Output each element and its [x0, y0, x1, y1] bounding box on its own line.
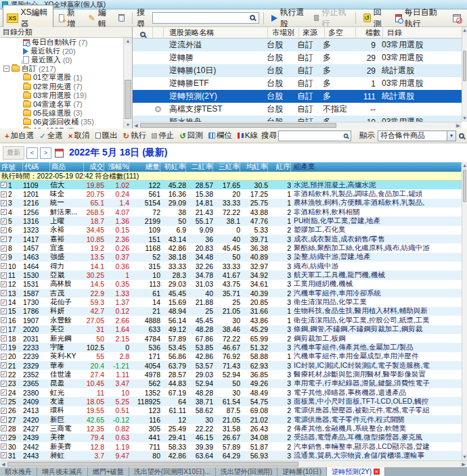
- checkbox-checked-icon[interactable]: ✓: [1, 335, 7, 341]
- strategy-row[interactable]: 順水推舟台股自訂多1003常用選股: [133, 116, 462, 122]
- strategy-row[interactable]: 逆流外溢台股自訂多903常用選股: [133, 39, 462, 51]
- checkbox-checked-icon[interactable]: ✓: [1, 344, 7, 350]
- tree-scrollbar[interactable]: ▲ ▼: [123, 38, 132, 128]
- search-input[interactable]: [152, 12, 259, 24]
- scroll-down-icon[interactable]: ▼: [462, 115, 467, 122]
- scroll-up-icon[interactable]: ▲: [124, 38, 132, 45]
- checkbox-checked-icon[interactable]: ✓: [1, 398, 7, 404]
- checkbox-checked-icon[interactable]: ✓: [1, 200, 7, 206]
- checkbox-checked-icon[interactable]: ✓: [1, 182, 7, 188]
- table-row[interactable]: ✓282427三商電12.350.8230525.4922.2231.5826.…: [0, 424, 462, 433]
- strategy-row[interactable]: 逆轉勝台股自訂多2903常用選股: [133, 51, 462, 64]
- result-tab[interactable]: 逆轉預測(2Y)✕: [327, 467, 385, 476]
- add-watchlist-button[interactable]: +加自選: [3, 130, 36, 141]
- table-row[interactable]: ✓292439美律79.40.6344129.4146.1526.6734.08…: [0, 433, 462, 442]
- tree-item[interactable]: 02常用先選(7): [0, 82, 123, 91]
- checkbox-checked-icon[interactable]: ✓: [1, 254, 7, 260]
- checkbox-checked-icon[interactable]: ✓: [1, 327, 7, 333]
- strategy-search-button[interactable]: [133, 27, 153, 38]
- table-row[interactable]: ✓182031新光鋼502.15478457.8967.8672.2265.99…: [0, 334, 462, 343]
- col-r1[interactable]: 初紅率: [160, 162, 186, 172]
- search-icon[interactable]: [344, 133, 349, 138]
- col-market[interactable]: 市場別: [268, 27, 299, 38]
- results-vscrollbar[interactable]: ▲ ▼: [462, 162, 467, 460]
- col-side[interactable]: 多空: [325, 27, 356, 38]
- tree-item[interactable]: 每日自動執行(7): [0, 38, 123, 47]
- table-row[interactable]: ✓21201味全20.750.2456116.3615.382017.251非酒…: [0, 189, 462, 198]
- strategy-vscrollbar[interactable]: ▲ ▼: [462, 27, 467, 122]
- checkbox-checked-icon[interactable]: ✓: [1, 425, 7, 431]
- scroll-thumb[interactable]: [7, 462, 298, 467]
- checkbox-checked-icon[interactable]: ✓: [1, 191, 7, 197]
- scroll-thumb[interactable]: [463, 170, 466, 202]
- cancel-button[interactable]: ×取消: [66, 130, 92, 141]
- stop-button[interactable]: 停止: [150, 130, 176, 141]
- col-product[interactable]: 商品: [50, 162, 84, 172]
- table-row[interactable]: ✓172020美亞311.6463349.1248.2838.4645.293條…: [0, 325, 462, 334]
- strategy-row[interactable]: 逆轉勝ETF台股自訂多103常用選股: [133, 77, 462, 90]
- checkbox-checked-icon[interactable]: ✓: [1, 290, 7, 296]
- table-row[interactable]: ✓31216統一65.11.4515429.0914.8133.3325.751…: [0, 199, 462, 208]
- checkbox-checked-icon[interactable]: ✓: [1, 416, 7, 423]
- table-row[interactable]: ✓242380虹光1110135267.1948.283048.493電子其他,…: [0, 388, 462, 397]
- checkbox-checked-icon[interactable]: ✓: [1, 381, 7, 387]
- checkbox-checked-icon[interactable]: ✓: [1, 308, 7, 314]
- table-row[interactable]: ✓91463強盛13.50.375238.1834.485040.893染整,紡…: [0, 253, 462, 262]
- tree-item[interactable]: 04雷達名單(7): [0, 100, 123, 109]
- col-volume[interactable]: 總量: [129, 162, 160, 172]
- strategy-hscrollbar[interactable]: ◀ ▶: [133, 122, 462, 128]
- table-row[interactable]: ✓51316上曜18.71.3621995055.1738.147.761PU樹…: [0, 216, 462, 225]
- scroll-right-icon[interactable]: ▶: [455, 122, 462, 128]
- table-row[interactable]: ✓61323永裕34.450.151096.99.0905.332塑膠加工,石化…: [0, 226, 462, 235]
- table-row[interactable]: ✓141730花仙子59.31.371415.6921.882520.853衛生…: [0, 298, 462, 306]
- checkbox-checked-icon[interactable]: ✓: [1, 245, 7, 252]
- table-row[interactable]: ✓131587吉茂22.91.336145.454035.7140.392汽機車…: [0, 289, 462, 298]
- col-code[interactable]: 代碼: [23, 162, 50, 172]
- tree-item[interactable]: 05長線選股(3): [0, 109, 123, 118]
- checkbox-checked-icon[interactable]: ✓: [1, 209, 7, 215]
- table-row[interactable]: ✓272420新巨42.65-0.12116123021.0521.022電源供…: [0, 415, 462, 424]
- col-change-pct[interactable]: 漲幅%: [104, 162, 129, 172]
- result-tab[interactable]: 洗出望外(回溯用X10日)...: [129, 467, 216, 476]
- col-source[interactable]: 來源: [299, 27, 325, 38]
- scroll-left-icon[interactable]: ◀: [133, 122, 139, 128]
- checkbox-checked-icon[interactable]: ✓: [1, 389, 7, 396]
- checkbox-checked-icon[interactable]: ✓: [1, 218, 7, 224]
- col-avg[interactable]: 均紅率: [240, 162, 268, 172]
- display-dropdown[interactable]: 符合條件商品 ▼: [378, 130, 456, 141]
- select-all-button[interactable]: ✓全選: [37, 130, 65, 141]
- checkbox-checked-icon[interactable]: ✓: [1, 371, 7, 377]
- table-row[interactable]: ✓202239英利-KY552.817156.8642.8676.9258.88…: [0, 352, 462, 361]
- kline-button[interactable]: K線: [236, 130, 260, 141]
- close-icon[interactable]: ✕: [374, 469, 380, 475]
- zoom-icon[interactable]: [459, 133, 464, 139]
- table-row[interactable]: ✓222352佳世達27.41.11497828.5729.0352.9436.…: [0, 370, 462, 379]
- table-row[interactable]: ✓121531高林股14.50.3511329.0331.0343.7534.6…: [0, 280, 462, 289]
- table-row[interactable]: ✓111530亞崴30.2511028.334.7841.6734.923航天軍…: [0, 270, 462, 279]
- scroll-up-icon[interactable]: ▲: [462, 162, 467, 169]
- checkbox-checked-icon[interactable]: ✓: [1, 227, 7, 233]
- checkbox-checked-icon[interactable]: ✓: [1, 300, 7, 306]
- result-tab[interactable]: 逆轉勝(10日): [277, 467, 327, 476]
- export-button[interactable]: 匯出: [93, 130, 120, 141]
- scroll-thumb[interactable]: [125, 80, 131, 119]
- scroll-right-icon[interactable]: ▶: [460, 461, 467, 467]
- table-row[interactable]: ✓41256鮮活果...268.54.07723821.4372.2243.88…: [0, 208, 462, 216]
- delete-button[interactable]: [115, 13, 128, 23]
- checkbox-checked-icon[interactable]: ✓: [1, 362, 7, 368]
- result-tab[interactable]: 增兵後未減兵: [37, 467, 88, 476]
- table-row[interactable]: ✓71417嘉裕10.852.3615143.14364039.713成衣,成衣…: [0, 235, 462, 243]
- table-row[interactable]: ✓302442新美齊12.81.1971158.3339.3957.8951.8…: [0, 442, 462, 451]
- checkbox-checked-icon[interactable]: ✓: [1, 435, 7, 441]
- tree-item[interactable]: 06資源回收桶(35): [0, 118, 123, 126]
- col-industry[interactable]: 細產業: [291, 162, 462, 172]
- table-row[interactable]: ✓252409友達18.055.251189256438.7161.5454.7…: [0, 397, 462, 406]
- latest-button[interactable]: 最新: [3, 146, 24, 160]
- checkbox-checked-icon[interactable]: ✓: [1, 272, 7, 279]
- col-r2[interactable]: 二紅率: [186, 162, 213, 172]
- backtest-button-2[interactable]: ↺回測: [177, 130, 205, 141]
- checkbox-checked-icon[interactable]: ✓: [1, 408, 7, 414]
- columns-button[interactable]: 欄位: [206, 130, 234, 141]
- col-price[interactable]: 成交: [84, 162, 104, 172]
- strategy-row[interactable]: 逆轉勝(10日)台股自訂多29統計選股: [133, 64, 462, 77]
